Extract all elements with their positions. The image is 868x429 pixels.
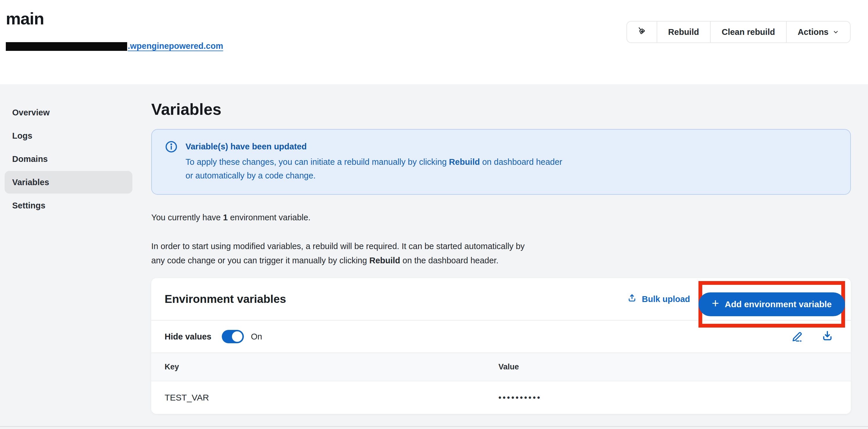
sidebar-item-logs[interactable]: Logs xyxy=(5,124,132,147)
sidebar-item-settings[interactable]: Settings xyxy=(5,194,132,217)
variable-key-cell: TEST_VAR xyxy=(164,393,498,403)
environment-variables-card: Environment variables Bulk upload + Add … xyxy=(151,278,851,414)
header-toolbar: Rebuild Clean rebuild Actions xyxy=(626,21,850,43)
footer-divider xyxy=(0,426,868,427)
sidebar-item-label: Logs xyxy=(12,131,32,141)
purge-cache-button[interactable] xyxy=(627,22,657,42)
actions-dropdown-button[interactable]: Actions xyxy=(787,22,850,42)
rebuild-button[interactable]: Rebuild xyxy=(657,22,710,42)
download-icon xyxy=(821,329,834,344)
table-row: TEST_VAR •••••••••• xyxy=(151,381,851,414)
add-environment-variable-button[interactable]: + Add environment variable xyxy=(699,292,845,316)
column-header-value: Value xyxy=(498,363,519,371)
variables-table-header: Key Value xyxy=(151,353,851,381)
upload-icon xyxy=(627,293,637,306)
sidebar-item-overview[interactable]: Overview xyxy=(5,101,132,124)
count-prefix: You currently have xyxy=(151,213,223,222)
variable-value-cell: •••••••••• xyxy=(498,393,541,402)
broom-icon xyxy=(636,26,647,39)
variable-count-text: You currently have 1 environment variabl… xyxy=(151,213,851,222)
clean-rebuild-button[interactable]: Clean rebuild xyxy=(711,22,786,42)
rebuild-note-line1: In order to start using modified variabl… xyxy=(151,239,851,253)
alert-body-line2: or automatically by a code change. xyxy=(186,169,562,182)
count-suffix: environment variable. xyxy=(227,213,310,222)
note-bold: Rebuild xyxy=(369,256,400,265)
rebuild-note: In order to start using modified variabl… xyxy=(151,239,851,268)
sidebar-item-variables[interactable]: Variables xyxy=(5,171,132,194)
sidebar-item-domains[interactable]: Domains xyxy=(5,148,132,170)
alert-body-bold: Rebuild xyxy=(449,157,480,167)
environment-url-suffix: .wpenginepowered.com xyxy=(128,41,223,51)
hide-values-toggle[interactable] xyxy=(222,330,244,343)
bulk-upload-link[interactable]: Bulk upload xyxy=(627,293,690,306)
actions-label: Actions xyxy=(798,27,829,37)
info-icon xyxy=(164,140,178,182)
alert-body-text: on dashboard header xyxy=(480,157,562,167)
edit-variables-button[interactable] xyxy=(791,329,804,344)
note-text: any code change or you can trigger it ma… xyxy=(151,256,369,265)
environment-url-link[interactable]: .wpenginepowered.com xyxy=(6,41,223,51)
table-actions xyxy=(791,329,838,344)
info-alert: Variable(s) have been updated To apply t… xyxy=(151,129,851,195)
plus-icon: + xyxy=(712,297,719,310)
card-title: Environment variables xyxy=(164,293,627,306)
alert-title: Variable(s) have been updated xyxy=(186,140,562,153)
pencil-icon xyxy=(791,329,804,344)
toggle-state-label: On xyxy=(251,332,262,342)
count-value: 1 xyxy=(223,213,227,222)
bulk-upload-label: Bulk upload xyxy=(642,294,690,304)
page-header: main .wpenginepowered.com Rebuild Clean … xyxy=(0,0,868,84)
alert-body-text: To apply these changes, you can initiate… xyxy=(186,157,449,167)
hide-values-label: Hide values xyxy=(164,332,211,342)
clean-rebuild-label: Clean rebuild xyxy=(722,27,775,37)
add-environment-variable-label: Add environment variable xyxy=(725,299,832,309)
sidebar-item-label: Settings xyxy=(12,201,45,210)
sidebar-item-label: Variables xyxy=(12,178,49,187)
main-content: Variables Variable(s) have been updated … xyxy=(151,84,851,414)
environment-title: main xyxy=(6,8,44,29)
alert-body-line1: To apply these changes, you can initiate… xyxy=(186,155,562,169)
column-header-key: Key xyxy=(164,363,498,371)
note-text: on the dashboard header. xyxy=(400,256,499,265)
sidebar-item-label: Overview xyxy=(12,108,50,117)
redaction-bar xyxy=(6,42,127,51)
environment-url-row: .wpenginepowered.com xyxy=(6,41,223,53)
annotation-red-rectangle: + Add environment variable xyxy=(699,281,845,327)
rebuild-label: Rebuild xyxy=(668,27,699,37)
toggle-knob xyxy=(232,331,242,342)
rebuild-note-line2: any code change or you can trigger it ma… xyxy=(151,253,851,268)
page-title: Variables xyxy=(151,100,851,119)
sidebar-item-label: Domains xyxy=(12,154,48,164)
chevron-down-icon xyxy=(833,29,839,35)
alert-body: To apply these changes, you can initiate… xyxy=(186,155,562,182)
download-variables-button[interactable] xyxy=(821,329,834,344)
sidebar-nav: Overview Logs Domains Variables Settings xyxy=(5,101,132,218)
alert-content: Variable(s) have been updated To apply t… xyxy=(186,140,562,182)
